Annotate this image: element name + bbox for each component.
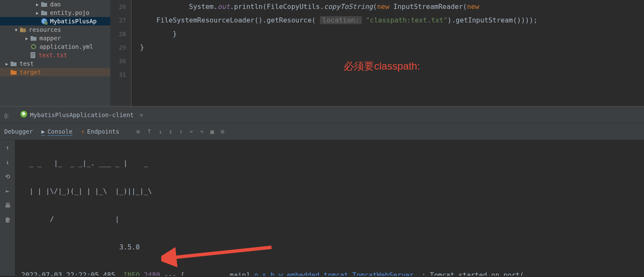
code-line: System.out.println(FileCopyUtils.copyToS… xyxy=(140,0,636,14)
parameter-hint: location: xyxy=(320,16,362,24)
svg-rect-11 xyxy=(31,56,34,56)
line-number: 29 xyxy=(110,41,126,54)
console-line: / | xyxy=(21,212,638,226)
line-number: 31 xyxy=(110,68,126,81)
tree-item-test[interactable]: ▶test xyxy=(0,59,110,68)
console-output[interactable]: _ _ |_ _ _|_. ___ _ | _ | | |\/|_)(_| | … xyxy=(15,140,644,276)
console-line: | | |\/|_)(_| | |_\ |_)||_|_\ xyxy=(21,184,638,198)
step-icon[interactable]: ↓ xyxy=(159,128,162,135)
run-config-tab[interactable]: MybatisPlusApplication-client × xyxy=(16,110,148,119)
folder-icon xyxy=(10,61,17,67)
tree-label: entity.pojo xyxy=(50,9,90,16)
step-icon[interactable]: ↷ xyxy=(200,128,203,135)
text-file-icon xyxy=(30,52,36,59)
console-left-toolbar: ↑ ↓ ⟲ ⇤ 🖶 🗑 xyxy=(0,140,15,276)
debugger-tab[interactable]: Debugger xyxy=(4,128,33,135)
yml-icon xyxy=(30,43,37,50)
run-tab-label: MybatisPlusApplication-client xyxy=(30,112,134,118)
svg-rect-9 xyxy=(31,53,34,54)
svg-point-7 xyxy=(32,45,35,48)
code-area[interactable]: System.out.println(FileCopyUtils.copyToS… xyxy=(132,0,644,106)
up-icon[interactable]: ↑ xyxy=(6,144,9,151)
tree-label: mapper xyxy=(39,35,61,42)
step-icon[interactable]: ↧ xyxy=(169,128,172,135)
print-icon[interactable]: 🖶 xyxy=(5,202,11,209)
tree-item-entity[interactable]: ▶entity.pojo xyxy=(0,8,110,17)
down-icon[interactable]: ↓ xyxy=(6,159,9,165)
tree-label: target xyxy=(20,69,41,76)
debug-toolbar: Debugger ▶Console ⚡Endpoints ≡ ⤒ ↓ ↧ ↑ ↶… xyxy=(0,123,644,140)
arrow-icon: ▶ xyxy=(23,36,30,41)
console-line: 2022-07-03 22:22:05.485 INFO 2480 --- [ … xyxy=(21,268,638,276)
endpoints-tab[interactable]: ⚡Endpoints xyxy=(81,128,119,135)
arrow-down-icon: ▼ xyxy=(13,28,20,32)
scroll-icon[interactable]: ⇤ xyxy=(6,187,9,194)
line-number: 28 xyxy=(110,27,126,41)
tree-label: MybatisPlusAp xyxy=(50,18,97,25)
tree-item-appyml[interactable]: application.yml xyxy=(0,42,110,51)
folder-icon xyxy=(41,1,48,7)
spring-icon xyxy=(20,110,28,119)
tree-item-dao[interactable]: ▶dao xyxy=(0,0,110,8)
line-number: 30 xyxy=(110,54,126,68)
svg-rect-4 xyxy=(21,30,22,31)
console-toolbar: ≡ ⤒ ↓ ↧ ↑ ↶ ↷ ▦ ⚙ xyxy=(136,128,224,135)
console-line: 3.5.0 xyxy=(21,240,638,254)
arrow-icon: ▶ xyxy=(34,2,41,7)
annotation-text: 必须要classpath: xyxy=(344,59,420,73)
settings-icon[interactable]: ⚙ xyxy=(221,128,224,135)
console-area: ↑ ↓ ⟲ ⇤ 🖶 🗑 _ _ |_ _ _|_. ___ _ | _ | | … xyxy=(0,140,644,276)
tree-label: application.yml xyxy=(39,43,93,50)
arrow-icon: ▶ xyxy=(3,62,10,66)
line-number: 26 xyxy=(110,0,126,14)
editor[interactable]: 26 27 28 29 30 31 System.out.println(Fil… xyxy=(110,0,644,106)
run-prefix: g: xyxy=(4,112,9,118)
tree-item-resources[interactable]: ▼resources xyxy=(0,25,110,34)
code-line: } xyxy=(140,27,636,41)
arrow-annotation-icon xyxy=(161,243,280,269)
tree-label: resources xyxy=(29,26,61,33)
folder-icon xyxy=(41,10,48,16)
folder-icon xyxy=(30,35,37,41)
code-line: FileSystemResourceLoader().getResource( … xyxy=(140,14,636,27)
resources-folder-icon xyxy=(20,27,26,33)
tree-item-target[interactable]: target xyxy=(0,68,110,76)
line-number: 27 xyxy=(110,14,126,27)
tree-label: dao xyxy=(50,1,61,8)
arrow-icon: ▶ xyxy=(34,11,41,15)
divider-icon: ≡ xyxy=(136,128,140,135)
step-icon[interactable]: ↶ xyxy=(190,128,193,135)
target-folder-icon xyxy=(10,69,17,75)
tree-label: test xyxy=(20,60,34,67)
console-tab[interactable]: ▶Console xyxy=(41,128,72,135)
project-tree[interactable]: ▶dao ▶entity.pojo CMybatisPlusAp ▼resour… xyxy=(0,0,110,106)
console-icon: ▶ xyxy=(41,128,45,135)
run-tab-bar: g: MybatisPlusApplication-client × xyxy=(0,106,644,123)
svg-rect-10 xyxy=(31,55,34,55)
tree-item-mapper[interactable]: ▶mapper xyxy=(0,34,110,42)
trash-icon[interactable]: 🗑 xyxy=(5,216,11,223)
calc-icon[interactable]: ▦ xyxy=(210,128,214,135)
top-section: ▶dao ▶entity.pojo CMybatisPlusAp ▼resour… xyxy=(0,0,644,106)
svg-rect-3 xyxy=(21,29,22,30)
svg-line-13 xyxy=(170,247,272,258)
tree-label: text.txt xyxy=(39,52,67,59)
tree-item-app[interactable]: CMybatisPlusAp xyxy=(0,17,110,25)
gutter: 26 27 28 29 30 31 xyxy=(110,0,132,106)
console-line: _ _ |_ _ _|_. ___ _ | _ xyxy=(21,156,638,170)
close-tab-icon[interactable]: × xyxy=(140,112,143,118)
endpoints-icon: ⚡ xyxy=(81,128,84,135)
tree-item-texttxt[interactable]: text.txt xyxy=(0,51,110,59)
class-icon: C xyxy=(41,18,48,25)
step-icon[interactable]: ⤒ xyxy=(147,128,152,135)
wrap-icon[interactable]: ⟲ xyxy=(5,173,10,180)
code-line: } xyxy=(140,41,636,54)
step-icon[interactable]: ↑ xyxy=(179,128,183,135)
svg-rect-5 xyxy=(21,31,22,31)
